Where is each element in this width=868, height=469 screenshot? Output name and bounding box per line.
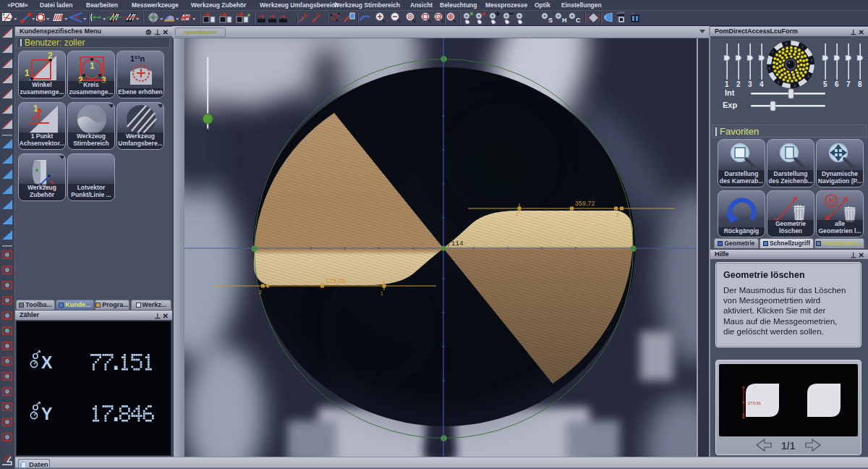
svg-text:Y: Y [41, 405, 52, 423]
svg-text:2: 2 [616, 212, 619, 217]
svg-text:8: 8 [858, 80, 862, 88]
svg-text:1: 1 [725, 80, 729, 88]
svg-text:X: X [41, 353, 53, 372]
svg-text:S: S [548, 17, 553, 24]
svg-text:2: 2 [736, 80, 741, 88]
svg-text:H: H [562, 17, 567, 24]
svg-text:3: 3 [748, 80, 752, 88]
svg-text:2: 2 [48, 51, 53, 61]
svg-text:Exp: Exp [723, 101, 737, 109]
svg-text:7: 7 [846, 80, 851, 88]
svg-text:2: 2 [259, 290, 262, 295]
svg-text:C: C [576, 17, 581, 24]
svg-text:,114: ,114 [447, 240, 464, 248]
svg-text:359,72: 359,72 [575, 200, 595, 207]
svg-text:1/1: 1/1 [781, 440, 796, 452]
svg-text:5: 5 [823, 80, 827, 88]
svg-text:1: 1 [25, 68, 30, 78]
svg-text:1: 1 [380, 291, 383, 296]
svg-text:270,61: 270,61 [748, 401, 762, 405]
svg-text:179,56: 179,56 [326, 277, 346, 284]
svg-text:4: 4 [760, 80, 764, 88]
svg-text:1: 1 [33, 103, 38, 114]
svg-text:1²³n: 1²³n [130, 54, 145, 63]
svg-text:1: 1 [516, 212, 519, 217]
svg-text:6: 6 [835, 80, 839, 88]
svg-text:Int: Int [725, 88, 735, 97]
svg-text:1: 1 [90, 61, 95, 71]
